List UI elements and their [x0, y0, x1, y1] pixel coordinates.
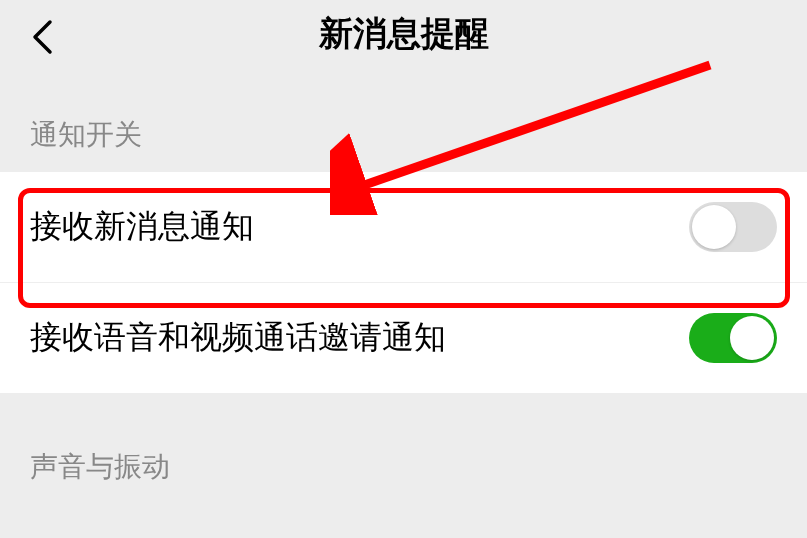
back-icon	[30, 18, 54, 56]
notification-settings-group: 接收新消息通知 接收语音和视频通话邀请通知	[0, 172, 807, 393]
setting-label: 接收语音和视频通话邀请通知	[30, 316, 446, 360]
toggle-knob	[692, 205, 736, 249]
toggle-voice-video[interactable]	[689, 313, 777, 363]
section-label-sound: 声音与振动	[0, 393, 807, 486]
header: 新消息提醒	[0, 0, 807, 68]
setting-label: 接收新消息通知	[30, 205, 254, 249]
page-title: 新消息提醒	[0, 11, 807, 57]
setting-row-new-message[interactable]: 接收新消息通知	[0, 172, 807, 283]
toggle-new-message[interactable]	[689, 202, 777, 252]
setting-row-voice-video[interactable]: 接收语音和视频通话邀请通知	[0, 283, 807, 393]
toggle-knob	[730, 316, 774, 360]
section-label-notifications: 通知开关	[0, 68, 807, 172]
back-button[interactable]	[30, 18, 54, 60]
